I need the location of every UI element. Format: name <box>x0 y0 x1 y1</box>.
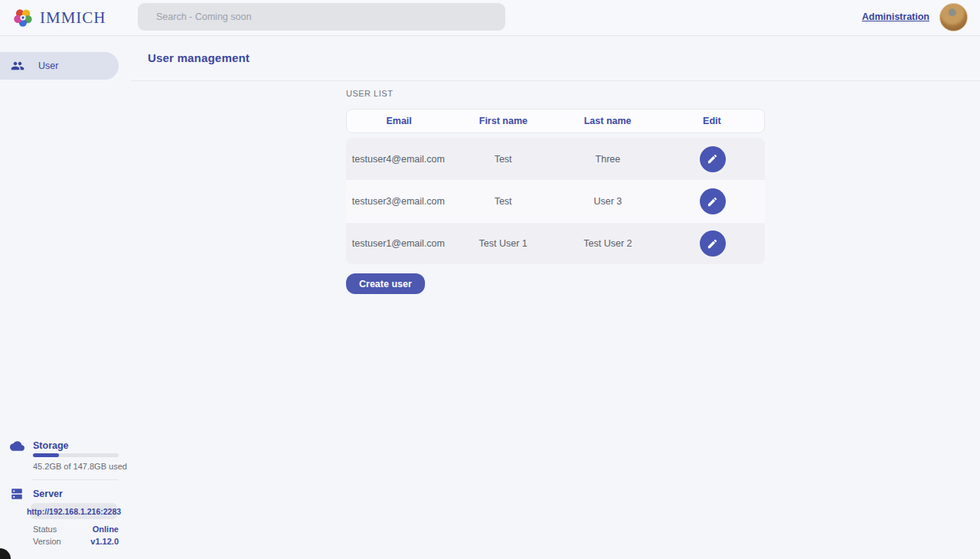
user-table-header: Email First name Last name Edit <box>346 109 765 133</box>
cell-first-name: Test User 1 <box>451 238 556 249</box>
cell-last-name: Three <box>556 154 661 165</box>
column-header-first-name: First name <box>451 116 555 126</box>
corner-wedge <box>0 548 11 559</box>
cell-first-name: Test <box>451 196 556 207</box>
cell-email: testuser3@email.com <box>346 196 451 207</box>
user-avatar[interactable] <box>939 3 968 31</box>
storage-progress-bar <box>33 453 119 457</box>
immich-flower-icon <box>12 7 34 28</box>
immich-logo: IMMICH <box>12 7 106 28</box>
server-title: Server <box>33 489 63 499</box>
search-input[interactable] <box>138 3 505 31</box>
cell-email: testuser1@email.com <box>346 238 451 249</box>
storage-used-label: 45.2GB of 147.8GB used <box>33 462 127 471</box>
table-row: testuser4@email.com Test Three <box>346 138 765 180</box>
table-row: testuser3@email.com Test User 3 <box>346 180 765 222</box>
panel-divider <box>32 479 119 480</box>
cell-last-name: Test User 2 <box>556 238 661 249</box>
version-value: v1.12.0 <box>90 537 119 546</box>
edit-user-button[interactable] <box>700 188 726 214</box>
sidebar-item-user[interactable]: User <box>0 52 119 80</box>
cell-last-name: User 3 <box>556 196 661 207</box>
cell-first-name: Test <box>451 154 556 165</box>
storage-title: Storage <box>33 440 69 451</box>
user-list-label: USER LIST <box>346 89 393 98</box>
server-status-row: Status Online <box>33 525 119 534</box>
main-header: User management <box>131 36 980 81</box>
status-value: Online <box>93 525 119 534</box>
pencil-icon <box>707 153 718 165</box>
administration-link[interactable]: Administration <box>862 11 929 22</box>
users-icon <box>11 59 24 73</box>
cell-email: testuser4@email.com <box>346 154 451 165</box>
column-header-email: Email <box>347 116 451 126</box>
column-header-last-name: Last name <box>556 116 660 126</box>
server-icon <box>10 487 24 501</box>
pencil-icon <box>707 196 718 208</box>
table-row: testuser1@email.com Test User 1 Test Use… <box>346 222 765 264</box>
top-navbar: IMMICH Administration <box>0 0 980 36</box>
server-version-row: Version v1.12.0 <box>33 537 119 546</box>
page-title: User management <box>148 51 250 64</box>
cloud-icon <box>10 439 24 453</box>
server-url-badge: http://192.168.1.216:2283 <box>31 503 117 519</box>
pencil-icon <box>707 238 718 250</box>
edit-user-button[interactable] <box>700 146 726 172</box>
create-user-button[interactable]: Create user <box>346 273 425 294</box>
edit-user-button[interactable] <box>700 230 726 257</box>
storage-progress-fill <box>33 453 59 457</box>
column-header-edit: Edit <box>660 116 764 126</box>
user-table-body: testuser4@email.com Test Three testuser3… <box>346 138 765 264</box>
status-label: Status <box>33 525 57 534</box>
sidebar-item-label: User <box>38 60 58 71</box>
version-label: Version <box>33 537 61 546</box>
brand-name: IMMICH <box>40 8 106 28</box>
